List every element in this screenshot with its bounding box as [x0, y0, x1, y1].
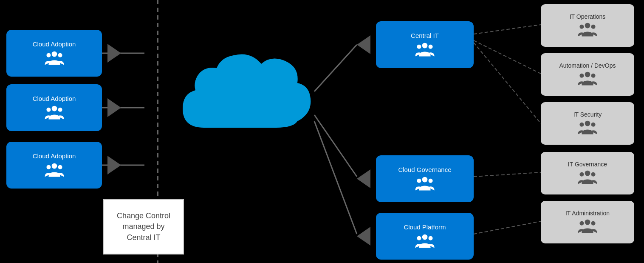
automation-devops-label: Automation / DevOps	[559, 62, 616, 69]
svg-point-29	[429, 236, 433, 240]
svg-point-25	[417, 178, 421, 183]
it-governance-label: IT Governance	[568, 161, 607, 168]
svg-line-4	[314, 45, 357, 91]
arrow-adoption3	[107, 156, 121, 174]
people-icon-security	[578, 120, 597, 136]
svg-point-26	[429, 178, 433, 183]
svg-line-8	[474, 40, 541, 74]
svg-point-21	[422, 43, 428, 48]
svg-point-20	[58, 165, 62, 169]
svg-point-36	[585, 121, 590, 126]
svg-point-34	[579, 74, 584, 78]
arrow-governance	[357, 169, 370, 188]
cloud-governance-label: Cloud Governance	[398, 166, 451, 173]
people-icon-2	[45, 105, 64, 121]
it-security-box: IT Security	[541, 102, 634, 145]
svg-point-41	[591, 172, 596, 177]
cloud-adoption-1-box: Cloud Adoption	[6, 30, 102, 77]
svg-point-31	[579, 25, 584, 29]
svg-line-6	[314, 121, 357, 234]
people-icon-it-gov	[578, 169, 597, 186]
cloud	[166, 43, 314, 153]
svg-point-28	[417, 236, 421, 240]
svg-point-33	[585, 72, 590, 77]
cloud-governance-box: Cloud Governance	[376, 155, 474, 202]
svg-point-16	[46, 107, 51, 111]
change-control-box: Change Controlmanaged byCentral IT	[103, 199, 184, 254]
people-icon-3	[45, 162, 64, 178]
svg-point-19	[46, 165, 51, 169]
arrow-centralit	[357, 35, 370, 54]
it-administration-label: IT Administration	[565, 210, 610, 217]
svg-point-22	[417, 44, 421, 49]
arrow-platform	[357, 227, 370, 246]
people-icon-1	[45, 50, 64, 66]
svg-point-32	[591, 25, 596, 29]
people-icon-governance	[415, 176, 435, 192]
svg-point-13	[46, 53, 51, 57]
svg-line-7	[474, 25, 541, 34]
arrow-adoption2	[107, 98, 121, 117]
central-it-label: Central IT	[411, 32, 439, 39]
svg-point-44	[591, 221, 596, 226]
it-security-label: IT Security	[573, 111, 602, 118]
svg-point-14	[58, 53, 62, 57]
it-governance-box: IT Governance	[541, 152, 634, 194]
people-icon-it-admin	[578, 218, 597, 234]
svg-line-10	[474, 172, 541, 177]
cloud-adoption-3-box: Cloud Adoption	[6, 142, 102, 189]
svg-point-24	[422, 177, 428, 182]
svg-point-27	[422, 234, 428, 240]
cloud-svg	[166, 43, 314, 153]
people-icon-centralit	[415, 42, 435, 58]
svg-point-15	[51, 106, 57, 111]
cloud-adoption-2-label: Cloud Adoption	[33, 95, 76, 102]
svg-point-18	[51, 163, 57, 169]
svg-point-12	[51, 51, 57, 57]
cloud-adoption-1-label: Cloud Adoption	[33, 40, 76, 48]
it-operations-label: IT Operations	[570, 13, 606, 20]
svg-point-39	[585, 171, 590, 176]
svg-point-37	[579, 123, 584, 127]
cloud-platform-box: Cloud Platform	[376, 213, 474, 260]
it-operations-box: IT Operations	[541, 4, 634, 47]
cloud-adoption-3-label: Cloud Adoption	[33, 152, 76, 160]
people-icon-automation	[578, 71, 597, 87]
svg-point-38	[591, 123, 596, 127]
svg-point-42	[585, 220, 590, 225]
central-it-box: Central IT	[376, 21, 474, 68]
svg-point-35	[591, 74, 596, 78]
svg-line-11	[474, 221, 541, 234]
automation-devops-box: Automation / DevOps	[541, 53, 634, 96]
svg-point-30	[585, 23, 590, 29]
svg-point-40	[579, 172, 584, 177]
svg-point-23	[429, 44, 433, 49]
people-icon-it-ops	[578, 22, 597, 38]
change-control-text: Change Controlmanaged byCentral IT	[117, 211, 170, 243]
arrow-adoption1	[107, 44, 121, 63]
it-administration-box: IT Administration	[541, 201, 634, 243]
svg-line-9	[474, 43, 541, 123]
svg-point-43	[579, 221, 584, 226]
people-icon-platform	[415, 233, 435, 249]
svg-point-17	[58, 107, 62, 111]
diagram: Cloud Adoption Cloud Adoption Cloud Adop…	[0, 0, 644, 263]
cloud-platform-label: Cloud Platform	[404, 223, 446, 231]
cloud-adoption-2-box: Cloud Adoption	[6, 84, 102, 131]
svg-line-5	[314, 115, 357, 177]
